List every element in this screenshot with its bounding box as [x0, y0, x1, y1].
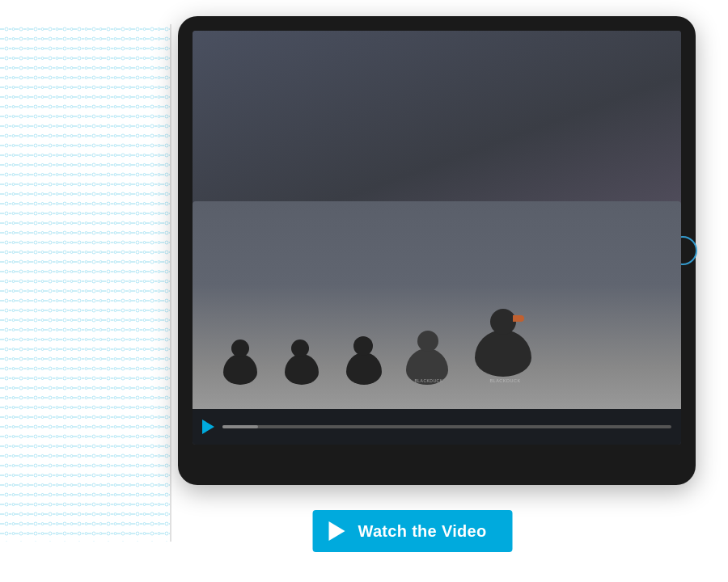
- tablet-screen: BLACKDUCK BLACKDUCK: [193, 31, 681, 445]
- duck-3: [340, 327, 387, 385]
- duck-2: [278, 327, 325, 385]
- watch-button-label: Watch the Video: [358, 522, 487, 541]
- ducks-row: BLACKDUCK BLACKDUCK: [217, 304, 657, 385]
- video-controls-bar[interactable]: [193, 409, 681, 445]
- progress-fill: [222, 425, 258, 428]
- decorative-pattern: [0, 24, 170, 542]
- duck-4-accent: BLACKDUCK: [401, 318, 456, 385]
- progress-bar[interactable]: [222, 425, 671, 428]
- duck-bill: [513, 315, 524, 322]
- duck-1: [217, 327, 264, 385]
- tablet-device: BLACKDUCK BLACKDUCK: [178, 16, 696, 485]
- tablet-frame: BLACKDUCK BLACKDUCK: [178, 16, 696, 485]
- play-icon: [329, 521, 345, 541]
- divider-line: [170, 24, 171, 542]
- duck-label-1: BLACKDUCK: [414, 378, 442, 383]
- play-button-small[interactable]: [202, 420, 214, 434]
- watch-button-container: Watch the Video: [313, 510, 513, 552]
- duck-5-large: BLACKDUCK: [471, 304, 540, 385]
- duck-label-2: BLACKDUCK: [489, 378, 520, 383]
- watch-video-button[interactable]: Watch the Video: [313, 510, 513, 552]
- video-content-area[interactable]: BLACKDUCK BLACKDUCK: [193, 31, 681, 409]
- svg-rect-4: [0, 24, 170, 542]
